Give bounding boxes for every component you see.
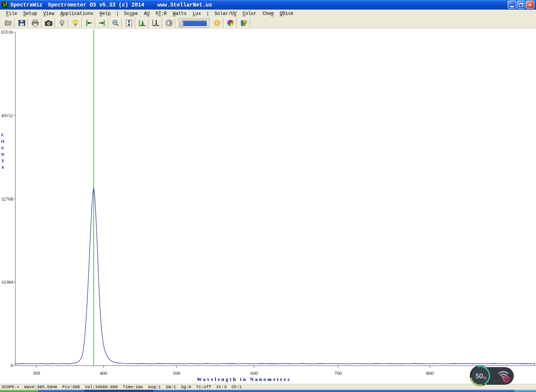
open-spectra-icon [4, 19, 13, 27]
taskbar-sliver [0, 390, 536, 392]
x-tick-label: 600 [250, 370, 258, 376]
start-button-sliver[interactable] [0, 390, 38, 392]
cursor-right-button[interactable] [96, 18, 108, 28]
print-icon [31, 19, 40, 27]
toolbar [0, 18, 536, 29]
spectrum-chart[interactable]: 016384327684915265536300400500600700800W… [0, 29, 536, 384]
menu-item-help[interactable]: Help [96, 10, 114, 17]
floating-status-overlay[interactable]: 50 % [468, 363, 516, 389]
app-logo-icon [2, 2, 8, 8]
menu-item-view[interactable]: View [40, 10, 57, 17]
menu-bar: FileSetupViewApplicationsHelp|ScopeAU%T:… [0, 10, 536, 18]
y-axis-ticks: 016384327684915265536 [1, 29, 15, 368]
app-version: Spectrometer OS v5.33 (c) 2014 [48, 2, 144, 8]
menu-item-scope[interactable]: Scope [121, 10, 141, 17]
snapshot-button[interactable] [42, 18, 55, 28]
open-spectra-button[interactable] [2, 18, 15, 28]
chem-chart-button[interactable] [238, 18, 250, 28]
cursor-right-icon [98, 19, 107, 27]
color-measure-icon [226, 19, 235, 27]
x-axis-title: Wavelength in Nanometers [197, 376, 291, 382]
x-axis-ticks: 300400500600700800 [33, 366, 434, 376]
svg-text:U: U [1, 145, 4, 150]
menu-item-qdisk[interactable]: QDisk [277, 10, 297, 17]
save-spectra-icon [17, 19, 26, 27]
color-measure-button[interactable] [224, 18, 237, 28]
percent-symbol: % [483, 376, 486, 380]
save-spectra-button[interactable] [16, 18, 28, 28]
sun-irradiance-button[interactable] [211, 18, 223, 28]
app-name: SpectraWiz [10, 2, 42, 8]
x-tick-label: 300 [33, 370, 40, 376]
menu-separator: | [114, 11, 121, 16]
peak-hold-button[interactable] [150, 18, 162, 28]
percent-value: 50 [476, 372, 483, 380]
cursor-left-icon [84, 19, 93, 27]
menu-item-solaruv[interactable]: Solar/UV [211, 10, 240, 17]
system-tray-sliver [514, 390, 536, 392]
cursor-left-button[interactable] [83, 18, 95, 28]
peak-view-icon [138, 19, 147, 27]
lamp-off-button[interactable] [56, 18, 68, 28]
x-tick-label: 800 [426, 370, 434, 376]
title-bar[interactable]: SpectraWiz Spectrometer OS v5.33 (c) 201… [0, 0, 536, 10]
spectrum-chart-area[interactable]: 016384327684915265536300400500600700800W… [0, 29, 536, 384]
active-window-button[interactable] [84, 390, 153, 392]
svg-text:O: O [1, 139, 5, 144]
restore-button[interactable] [517, 1, 525, 9]
snapshot-icon [44, 19, 53, 27]
slider-track [181, 20, 207, 21]
x-tick-label: 500 [173, 370, 180, 376]
chem-chart-icon [239, 19, 248, 27]
y-tick-label: 32768 [1, 196, 13, 202]
taskbar-strip [38, 390, 514, 392]
peak-hold-icon [151, 19, 160, 27]
vendor-url: www.StellarNet.us [157, 2, 212, 8]
slider-fill [182, 21, 207, 26]
menu-item-color[interactable]: Color [240, 10, 260, 17]
display-toggle-icon [165, 19, 174, 27]
menu-item-watts[interactable]: Watts [170, 10, 190, 17]
x-tick-label: 400 [100, 370, 107, 376]
display-toggle-button[interactable] [163, 18, 175, 28]
axes [15, 32, 535, 366]
status-bar: SCOPE-> Wave:385.58nm Pix:306 Val:34688.… [0, 384, 536, 390]
menu-item-setup[interactable]: Setup [20, 10, 40, 17]
sun-irradiance-icon [212, 19, 222, 27]
svg-text:S: S [2, 165, 4, 170]
lamp-on-button[interactable] [69, 18, 82, 28]
y-tick-label: 16384 [1, 279, 13, 285]
spectrum-trace [15, 188, 535, 366]
menu-item-applications[interactable]: Applications [57, 10, 96, 17]
close-button[interactable]: × [526, 1, 534, 9]
lamp-on-icon [71, 19, 80, 27]
window-controls: × [508, 1, 534, 9]
y-tick-label: 65536 [1, 29, 13, 35]
print-button[interactable] [29, 18, 41, 28]
status-text: SCOPE-> Wave:385.58nm Pix:306 Val:34688.… [2, 385, 242, 389]
y-tick-label: 49152 [1, 113, 13, 118]
svg-text:T: T [1, 158, 4, 163]
svg-text:N: N [1, 152, 4, 157]
y-rescale-icon [124, 19, 134, 27]
menu-item-chem[interactable]: Chem [260, 10, 277, 17]
minimize-icon [510, 6, 514, 7]
zoom-in-button[interactable] [109, 18, 122, 28]
y-axis-title: COUNTS [1, 132, 5, 170]
integration-time-slider[interactable] [179, 18, 209, 28]
menu-item-file[interactable]: File [3, 10, 20, 17]
menu-separator: | [204, 11, 211, 16]
restore-icon [519, 3, 523, 7]
svg-text:C: C [1, 132, 4, 137]
menu-item-tr[interactable]: %T:R [153, 10, 170, 17]
x-tick-label: 700 [334, 370, 342, 376]
y-tick-label: 0 [11, 363, 13, 368]
menu-item-au[interactable]: AU [141, 10, 152, 17]
menu-item-lux[interactable]: Lux [190, 10, 204, 17]
close-icon: × [529, 2, 532, 8]
peak-view-button[interactable] [136, 18, 149, 28]
lamp-off-icon [57, 19, 67, 27]
window-title: SpectraWiz Spectrometer OS v5.33 (c) 201… [10, 2, 212, 8]
y-rescale-button[interactable] [123, 18, 135, 28]
minimize-button[interactable] [508, 1, 516, 9]
